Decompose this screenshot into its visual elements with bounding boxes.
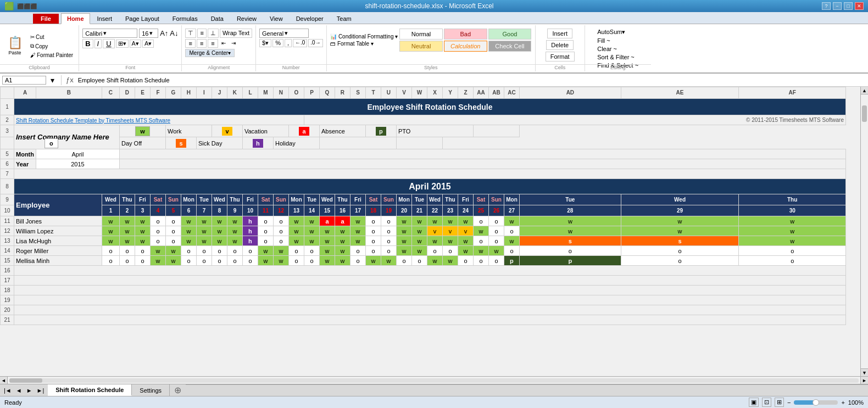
conditional-formatting-button[interactable]: 📊 Conditional Formatting ▾ xyxy=(330,33,398,40)
minimize-button[interactable]: − xyxy=(833,2,842,10)
mm-21[interactable]: o xyxy=(411,256,427,266)
mm-15[interactable]: w xyxy=(319,256,335,266)
mm-5[interactable]: w xyxy=(165,256,181,266)
add-sheet-button[interactable]: ⊕ xyxy=(170,384,186,396)
vertical-scrollbar[interactable]: ▲ ▼ xyxy=(860,87,868,376)
bj-29[interactable]: w xyxy=(621,216,739,226)
col-J[interactable]: J xyxy=(212,87,227,99)
lm-15[interactable]: w xyxy=(319,236,335,246)
mm-29[interactable]: o xyxy=(621,256,739,266)
col-M[interactable]: M xyxy=(258,87,273,99)
format-table-button[interactable]: 🗃 Format Table ▾ xyxy=(330,41,398,47)
bj-6[interactable]: w xyxy=(181,216,196,226)
style-check-cell[interactable]: Check Cell xyxy=(488,41,532,52)
wl-2[interactable]: w xyxy=(119,226,135,236)
lm-18[interactable]: o xyxy=(365,236,381,246)
lm-22[interactable]: w xyxy=(427,236,442,246)
col-E[interactable]: E xyxy=(135,87,150,99)
wl-5[interactable]: o xyxy=(165,226,181,236)
lm-24[interactable]: w xyxy=(458,236,473,246)
bj-9[interactable]: w xyxy=(227,216,242,226)
col-V[interactable]: V xyxy=(396,87,411,99)
zoom-out-button[interactable]: − xyxy=(787,399,791,406)
col-AA[interactable]: AA xyxy=(473,87,488,99)
bj-23[interactable]: w xyxy=(442,216,458,226)
zoom-in-button[interactable]: + xyxy=(841,399,844,406)
wl-13[interactable]: w xyxy=(288,226,304,236)
clear-button[interactable]: Clear ~ xyxy=(597,46,617,52)
col-AD[interactable]: AD xyxy=(519,87,621,99)
decrease-indent-button[interactable]: ⇤ xyxy=(219,39,228,48)
col-F[interactable]: F xyxy=(150,87,165,99)
decrease-decimal-button[interactable]: ←.0 xyxy=(293,39,307,47)
lm-4[interactable]: o xyxy=(150,236,165,246)
bj-13[interactable]: w xyxy=(288,216,304,226)
mm-3[interactable]: o xyxy=(135,256,150,266)
borders-button[interactable]: ⊞▾ xyxy=(116,40,129,48)
emp-roger-miller[interactable]: Roger Miller xyxy=(14,246,102,256)
col-AB[interactable]: AB xyxy=(488,87,504,99)
horizontal-scrollbar[interactable]: ◄ ► xyxy=(0,376,868,384)
col-D[interactable]: D xyxy=(119,87,135,99)
bj-8[interactable]: w xyxy=(212,216,227,226)
col-B[interactable]: B xyxy=(36,87,102,99)
col-N[interactable]: N xyxy=(273,87,288,99)
bj-3[interactable]: w xyxy=(135,216,150,226)
view-page-break-button[interactable]: ⊞ xyxy=(775,398,784,407)
lm-30[interactable]: w xyxy=(739,236,846,246)
bj-2[interactable]: w xyxy=(119,216,135,226)
col-L[interactable]: L xyxy=(242,87,258,99)
mm-13[interactable]: o xyxy=(288,256,304,266)
tab-insert[interactable]: Insert xyxy=(91,13,119,24)
mm-1[interactable]: o xyxy=(102,256,119,266)
title-cell[interactable]: Employee Shift Rotation Schedule xyxy=(14,99,846,115)
bj-27[interactable]: w xyxy=(504,216,519,226)
scroll-down-button[interactable]: ▼ xyxy=(861,368,868,376)
wl-17[interactable]: w xyxy=(350,226,365,236)
sort-filter-button[interactable]: Sort & Filter ~ xyxy=(597,54,635,60)
month-value[interactable]: April xyxy=(36,149,119,159)
wl-22[interactable]: v xyxy=(427,226,442,236)
delete-button[interactable]: Delete xyxy=(546,40,574,50)
bj-21[interactable]: w xyxy=(411,216,427,226)
bj-14[interactable]: w xyxy=(304,216,319,226)
mm-26[interactable]: o xyxy=(488,256,504,266)
scroll-thumb[interactable] xyxy=(862,105,867,122)
style-neutral[interactable]: Neutral xyxy=(399,41,443,52)
col-AE[interactable]: AE xyxy=(621,87,739,99)
rm-17[interactable]: o xyxy=(350,246,365,256)
align-top-button[interactable]: ⊤ xyxy=(185,29,196,38)
insert-function-button[interactable]: ƒx xyxy=(66,76,74,84)
wl-15[interactable]: w xyxy=(319,226,335,236)
expand-formula-button[interactable]: ▾ xyxy=(48,76,57,85)
rm-1[interactable]: o xyxy=(102,246,119,256)
mm-2[interactable]: o xyxy=(119,256,135,266)
lm-6[interactable]: w xyxy=(181,236,196,246)
fill-color-button[interactable]: A▾ xyxy=(130,40,141,48)
rm-28[interactable]: o xyxy=(519,246,621,256)
col-W[interactable]: W xyxy=(411,87,427,99)
rm-2[interactable]: o xyxy=(119,246,135,256)
rm-5[interactable]: w xyxy=(165,246,181,256)
accounting-button[interactable]: $▾ xyxy=(259,39,271,47)
autosum-button[interactable]: AutoSum▾ xyxy=(597,29,625,36)
rm-29[interactable]: o xyxy=(621,246,739,256)
bj-18[interactable]: o xyxy=(365,216,381,226)
rm-22[interactable]: o xyxy=(427,246,442,256)
rm-16[interactable]: w xyxy=(335,246,350,256)
rm-24[interactable]: w xyxy=(458,246,473,256)
font-size-dropdown[interactable]: 16 ▾ xyxy=(139,29,158,38)
emp-william-lopez[interactable]: William Lopez xyxy=(14,226,102,236)
wl-27[interactable]: o xyxy=(504,226,519,236)
col-I[interactable]: I xyxy=(196,87,212,99)
col-G[interactable]: G xyxy=(165,87,181,99)
mm-25[interactable]: o xyxy=(473,256,488,266)
align-center-button[interactable]: ≡ xyxy=(197,39,207,48)
rm-25[interactable]: w xyxy=(473,246,488,256)
style-normal[interactable]: Normal xyxy=(399,29,443,40)
bold-button[interactable]: B xyxy=(82,39,93,48)
lm-8[interactable]: w xyxy=(212,236,227,246)
year-value[interactable]: 2015 xyxy=(36,159,119,169)
comma-button[interactable]: , xyxy=(285,39,292,47)
mm-30[interactable]: o xyxy=(739,256,846,266)
